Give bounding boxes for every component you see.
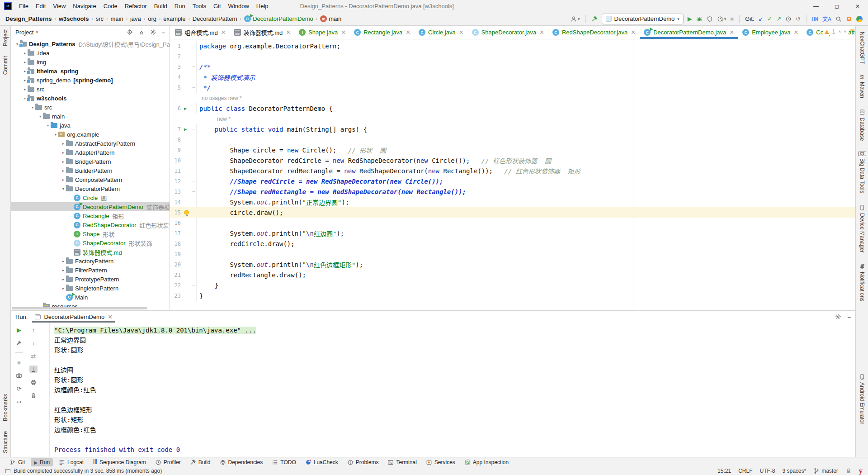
tree-item-FilterPattern[interactable]: ▸ FilterPattern	[11, 266, 170, 275]
code-line-3[interactable]: 3 ─ /**	[170, 62, 855, 72]
tool-window-button-profiler[interactable]: Profiler	[152, 458, 184, 466]
collapse-all-icon[interactable]	[138, 29, 145, 35]
lock-icon[interactable]	[845, 468, 852, 474]
tree-item-img[interactable]: ▸ img	[11, 57, 170, 66]
run-button[interactable]: ▶	[688, 16, 692, 22]
fold-icon[interactable]: ─	[193, 190, 195, 194]
tree-item-ShapeDecorator[interactable]: C ShapeDecorator 形状装饰	[11, 238, 170, 247]
collapse-arrow-icon[interactable]: ▾	[61, 187, 66, 191]
tool-window-button-sequence-diagram[interactable]: Sequence Diagram	[90, 458, 149, 466]
code-line-14[interactable]: 14 System.out.println("正常边界圆");	[170, 197, 855, 207]
run-gutter-icon[interactable]: ▶	[184, 106, 187, 111]
editor-tab-____.md[interactable]: MD组合模式.md ✕	[171, 26, 230, 39]
tool-button-nexchatgpt[interactable]: NexChatGPT	[859, 29, 865, 64]
menu-tools[interactable]: Tools	[189, 0, 210, 12]
code-line-23[interactable]: 23 }	[170, 290, 855, 301]
line-ending-widget[interactable]: CRLF	[738, 468, 752, 474]
code-line-22[interactable]: 22 ─ }	[170, 280, 855, 290]
collapse-arrow-icon[interactable]: ▾	[45, 124, 51, 128]
chevron-up-icon[interactable]: ˄	[838, 29, 840, 34]
gear-icon[interactable]	[835, 314, 841, 320]
tree-item-BridgePattern[interactable]: ▸ BridgePattern	[11, 157, 170, 166]
tool-button-maven[interactable]: mMaven	[859, 75, 865, 98]
tree-item-SingletonPattern[interactable]: ▸ SingletonPattern	[11, 284, 170, 293]
tree-item-AdapterPattern[interactable]: ▸ AdapterPattern	[11, 148, 170, 157]
tool-button-commit[interactable]: Commit	[2, 56, 9, 75]
tree-item-main[interactable]: ▾ main	[11, 112, 170, 121]
tree-item-src[interactable]: ▾ src	[11, 103, 170, 112]
menu-run[interactable]: Run	[171, 0, 189, 12]
editor-tab-Shape.java[interactable]: IShape.java ✕	[295, 26, 350, 39]
tool-window-button-luacheck[interactable]: LuaCheck	[302, 458, 341, 466]
tool-button-device-manager[interactable]: Device Manager	[859, 204, 865, 252]
locate-file-icon[interactable]	[127, 29, 133, 35]
git-rollback-icon[interactable]: ↺	[796, 16, 801, 22]
tool-button-big-data-tools[interactable]: DBig Data Tools	[859, 152, 865, 193]
git-update-icon[interactable]: ↙	[758, 16, 763, 22]
tool-window-button-git[interactable]: Git	[6, 458, 28, 466]
menu-help[interactable]: Help	[253, 0, 272, 12]
tool-button-notifications[interactable]: Notifications	[859, 263, 865, 301]
user-icon[interactable]: ▾	[571, 16, 580, 22]
expand-arrow-icon[interactable]: ▸	[61, 277, 66, 281]
tree-item-.idea[interactable]: ▸ .idea	[11, 48, 170, 57]
camera-icon[interactable]	[15, 372, 23, 379]
expand-arrow-icon[interactable]: ▸	[61, 160, 66, 164]
breadcrumb-item[interactable]: C▶DecoratorPatternDemo	[244, 15, 313, 22]
breadcrumb-item[interactable]: Design_Patterns	[5, 15, 52, 22]
rerun-button[interactable]: ▶	[15, 326, 23, 333]
translate-icon[interactable]: 文A	[822, 15, 831, 23]
expand-arrow-icon[interactable]: ▸	[61, 286, 66, 290]
menu-navigate[interactable]: Navigate	[69, 0, 99, 12]
expand-arrow-icon[interactable]: ▸	[61, 268, 66, 272]
close-icon[interactable]: ✕	[793, 29, 798, 36]
debug-button[interactable]	[696, 16, 703, 22]
tool-button-bookmarks[interactable]: Bookmarks	[2, 394, 9, 421]
soft-wrap-icon[interactable]: ⇄	[29, 352, 38, 360]
code-line-2[interactable]: 2	[170, 51, 855, 62]
close-icon[interactable]: ✕	[221, 29, 226, 36]
tree-item-DecoratorPattern[interactable]: ▾ DecoratorPattern	[11, 184, 170, 193]
tree-item-FactoryPattern[interactable]: ▸ FactoryPattern	[11, 256, 170, 266]
tree-item-spring_demo[interactable]: ▸ spring_demo [spring-demo]	[11, 76, 170, 85]
build-hammer-icon[interactable]	[591, 16, 598, 22]
scroll-to-end-icon[interactable]: ↓	[29, 366, 38, 373]
chevron-down-icon[interactable]: ˅	[844, 29, 846, 34]
close-icon[interactable]: ✕	[286, 29, 291, 36]
close-icon[interactable]: ✕	[108, 314, 113, 320]
attach-icon[interactable]: ↦	[15, 398, 23, 405]
editor-tab-Circle.java[interactable]: CCircle.java ✕	[415, 26, 468, 39]
menu-git[interactable]: Git	[210, 0, 225, 12]
wrench-icon[interactable]	[15, 339, 23, 347]
stop-button[interactable]: ■	[15, 359, 23, 366]
expand-arrow-icon[interactable]: ▸	[61, 169, 66, 173]
tool-window-button-app-inspection[interactable]: App Inspection	[461, 458, 512, 466]
code-line-8[interactable]: 8	[170, 134, 855, 145]
down-stack-icon[interactable]: ↓	[29, 339, 38, 347]
tree-item-java[interactable]: ▾ java	[11, 121, 170, 130]
breadcrumb-item[interactable]: DecoratorPattern	[193, 15, 237, 22]
tool-window-button-run[interactable]: ▶Run	[31, 458, 53, 466]
project-panel-title[interactable]: Project	[15, 29, 33, 36]
collapse-arrow-icon[interactable]: ▾	[53, 133, 58, 137]
breadcrumb-item[interactable]: org	[148, 15, 156, 22]
diff-icon[interactable]	[812, 16, 818, 22]
tree-item-BuilderPattern[interactable]: ▸ BuilderPattern	[11, 166, 170, 175]
tree-item-AbstractFactoryPattern[interactable]: ▸ AbstractFactoryPattern	[11, 139, 170, 148]
tool-window-button-todo[interactable]: TODO	[269, 458, 299, 466]
tool-button-database[interactable]: Database	[859, 109, 865, 141]
collapse-arrow-icon[interactable]: ▾	[30, 105, 35, 109]
hide-panel-icon[interactable]: –	[162, 29, 165, 36]
breadcrumb-item[interactable]: mmain	[320, 15, 341, 22]
breadcrumb-item[interactable]: src	[96, 15, 104, 22]
code-line-6[interactable]: 6 ▶ public class DecoratorPatternDemo {	[170, 103, 855, 114]
tool-button-project[interactable]: Project	[2, 29, 9, 46]
updates-icon[interactable]	[846, 16, 852, 22]
tree-item-_____.md[interactable]: MD 装饰器模式.md	[11, 247, 170, 256]
git-branch-widget[interactable]: master	[813, 468, 838, 474]
tool-window-button-logcat[interactable]: Logcat	[56, 458, 87, 466]
inspections-widget[interactable]: 1 ˄ ˅	[823, 28, 848, 35]
print-icon[interactable]	[29, 379, 38, 386]
close-icon[interactable]: ✕	[539, 29, 544, 36]
git-commit-icon[interactable]: ✓	[767, 16, 772, 22]
